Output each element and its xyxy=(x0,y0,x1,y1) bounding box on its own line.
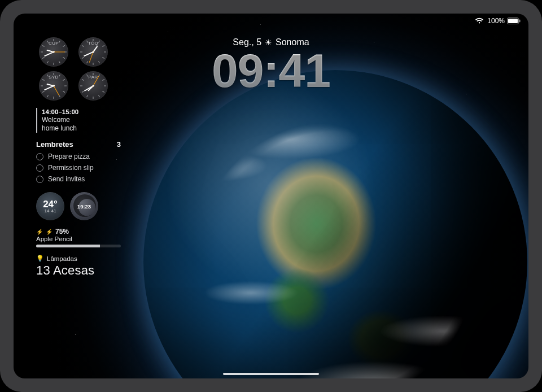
home-indicator[interactable] xyxy=(223,373,319,375)
world-clock-cell[interactable]: CUP xyxy=(36,37,71,67)
wifi-icon xyxy=(475,18,484,24)
reminder-text: Prepare pizza xyxy=(48,153,90,160)
calendar-event-widget[interactable]: 14:00–15:00 Welcome home lunch xyxy=(36,108,110,133)
reminder-item[interactable]: Prepare pizza xyxy=(36,151,121,162)
widget-column: CUPTÓQSYDPAR 14:00–15:00 Welcome home lu… xyxy=(36,37,135,278)
bulb-icon: 💡 xyxy=(36,255,44,262)
reminder-radio[interactable] xyxy=(36,153,43,160)
battery-widget[interactable]: ⚡ ⚡ 75% Apple Pencil xyxy=(36,228,121,247)
reminder-text: Send invites xyxy=(48,175,85,183)
world-clock-cell[interactable]: TÓQ xyxy=(76,37,111,67)
clock-face: PAR xyxy=(78,71,108,101)
reminder-item[interactable]: Send invites xyxy=(36,173,121,185)
pencil-battery-bar xyxy=(36,245,121,247)
mini-widgets-row: 24° 14 41 19:23 xyxy=(36,192,135,220)
event-title-line2: home lunch xyxy=(42,124,110,133)
clock-face: CUP xyxy=(39,37,68,67)
battery-percent-text: 100% xyxy=(487,17,505,25)
bolt-icon: ⚡ xyxy=(46,229,53,235)
astronomy-widget[interactable]: 19:23 xyxy=(70,192,98,220)
event-time: 14:00–15:00 xyxy=(42,108,110,116)
reminders-count: 3 xyxy=(117,140,121,149)
status-bar: 100% xyxy=(475,17,521,25)
weather-low: 14 xyxy=(45,209,50,214)
home-widget[interactable]: 💡 Lâmpadas 13 Acesas xyxy=(36,255,121,278)
pencil-battery-device: Apple Pencil xyxy=(36,236,121,242)
clock-face: SYD xyxy=(39,71,68,101)
home-value: 13 Acesas xyxy=(36,263,121,278)
reminder-item[interactable]: Permission slip xyxy=(36,162,121,173)
battery-icon: 100% xyxy=(487,17,521,25)
event-title-line1: Welcome xyxy=(42,116,110,124)
astronomy-time: 19:23 xyxy=(77,204,91,210)
bolt-icon: ⚡ xyxy=(36,229,43,235)
reminders-header: Lembretes xyxy=(36,140,73,149)
world-clock-cell[interactable]: PAR xyxy=(76,71,111,101)
pencil-battery-fill xyxy=(36,245,100,247)
clock-face: TÓQ xyxy=(78,37,108,67)
pencil-battery-percent: 75% xyxy=(55,228,69,236)
ipad-device-frame: 100% Seg., 5 ☀ Sonoma 09:41 CUPTÓQSYDPAR xyxy=(0,0,542,392)
home-label: Lâmpadas xyxy=(47,255,77,262)
world-clock-cell[interactable]: SYD xyxy=(36,71,71,101)
reminder-radio[interactable] xyxy=(36,164,43,172)
weather-high: 41 xyxy=(51,209,56,214)
reminders-widget[interactable]: Lembretes 3 Prepare pizzaPermission slip… xyxy=(36,140,121,185)
reminder-radio[interactable] xyxy=(36,176,43,183)
weather-condition-icon: ☀ xyxy=(265,38,272,46)
reminder-text: Permission slip xyxy=(48,164,94,172)
lock-screen: 100% Seg., 5 ☀ Sonoma 09:41 CUPTÓQSYDPAR xyxy=(14,14,528,378)
world-clock-widget[interactable]: CUPTÓQSYDPAR xyxy=(36,37,111,101)
svg-rect-1 xyxy=(508,19,518,23)
weather-widget[interactable]: 24° 14 41 xyxy=(36,192,64,220)
svg-rect-2 xyxy=(519,20,521,23)
